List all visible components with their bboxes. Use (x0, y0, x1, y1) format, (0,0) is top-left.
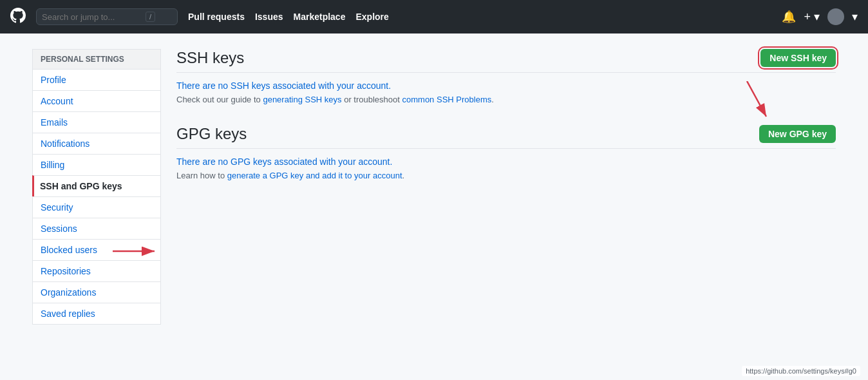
ssh-section-title: SSH keys (176, 49, 244, 67)
avatar-dropdown[interactable]: ▾ (852, 10, 858, 24)
gpg-guide-text: Learn how to generate a GPG key and add … (176, 171, 836, 180)
new-item-button[interactable]: + ▾ (804, 10, 820, 24)
topnav: / Pull requests Issues Marketplace Explo… (0, 0, 868, 33)
svg-rect-0 (831, 12, 840, 21)
sidebar-heading: Personal settings (32, 49, 161, 69)
pull-requests-link[interactable]: Pull requests (188, 12, 245, 22)
new-ssh-key-button[interactable]: New SSH key (760, 49, 836, 67)
sidebar-item-blocked-users[interactable]: Blocked users (32, 239, 161, 260)
avatar[interactable] (827, 8, 844, 25)
sidebar-item-organizations[interactable]: Organizations (32, 281, 161, 303)
sidebar: Personal settings Profile Account Emails… (32, 49, 161, 325)
notifications-icon[interactable]: 🔔 (782, 10, 796, 24)
sidebar-item-account[interactable]: Account (32, 90, 161, 111)
gpg-no-keys-text: There are no GPG keys associated with yo… (176, 157, 836, 167)
generate-gpg-key-link[interactable]: generate a GPG key and add it to your ac… (227, 171, 402, 180)
ssh-guide-text: Check out our guide to generating SSH ke… (176, 95, 836, 104)
new-gpg-key-button[interactable]: New GPG key (759, 125, 836, 143)
sidebar-item-security[interactable]: Security (32, 196, 161, 218)
sidebar-item-repositories[interactable]: Repositories (32, 260, 161, 281)
common-ssh-problems-link[interactable]: common SSH Problems (402, 95, 492, 104)
sidebar-item-saved-replies[interactable]: Saved replies (32, 303, 161, 325)
gpg-keys-section: GPG keys New GPG key There are no GPG ke… (176, 125, 836, 180)
gpg-section-header: GPG keys New GPG key (176, 125, 836, 149)
sidebar-item-ssh-gpg-keys[interactable]: SSH and GPG keys (32, 175, 161, 196)
issues-link[interactable]: Issues (255, 12, 283, 22)
sidebar-item-emails[interactable]: Emails (32, 111, 161, 133)
search-box[interactable]: / (36, 8, 178, 25)
sidebar-item-sessions[interactable]: Sessions (32, 218, 161, 239)
page-wrapper: Personal settings Profile Account Emails… (0, 33, 868, 340)
sidebar-item-billing[interactable]: Billing (32, 154, 161, 175)
page-layout: Personal settings Profile Account Emails… (22, 33, 846, 340)
sidebar-item-notifications[interactable]: Notifications (32, 133, 161, 154)
ssh-keys-section: SSH keys New SSH key There are no SSH ke… (176, 49, 836, 104)
topnav-links: Pull requests Issues Marketplace Explore (188, 12, 771, 22)
generating-ssh-keys-link[interactable]: generating SSH keys (263, 95, 341, 104)
main-content: SSH keys New SSH key There are no SSH ke… (176, 49, 836, 325)
search-input[interactable] (42, 12, 142, 22)
marketplace-link[interactable]: Marketplace (294, 12, 346, 22)
github-logo-icon[interactable] (10, 8, 26, 26)
topnav-right: 🔔 + ▾ ▾ (782, 8, 858, 25)
search-kbd: / (146, 12, 155, 22)
gpg-section-title: GPG keys (176, 125, 247, 143)
explore-link[interactable]: Explore (355, 12, 388, 22)
sidebar-item-profile[interactable]: Profile (32, 69, 161, 90)
ssh-no-keys-text: There are no SSH keys associated with yo… (176, 81, 836, 91)
ssh-section-header: SSH keys New SSH key (176, 49, 836, 73)
